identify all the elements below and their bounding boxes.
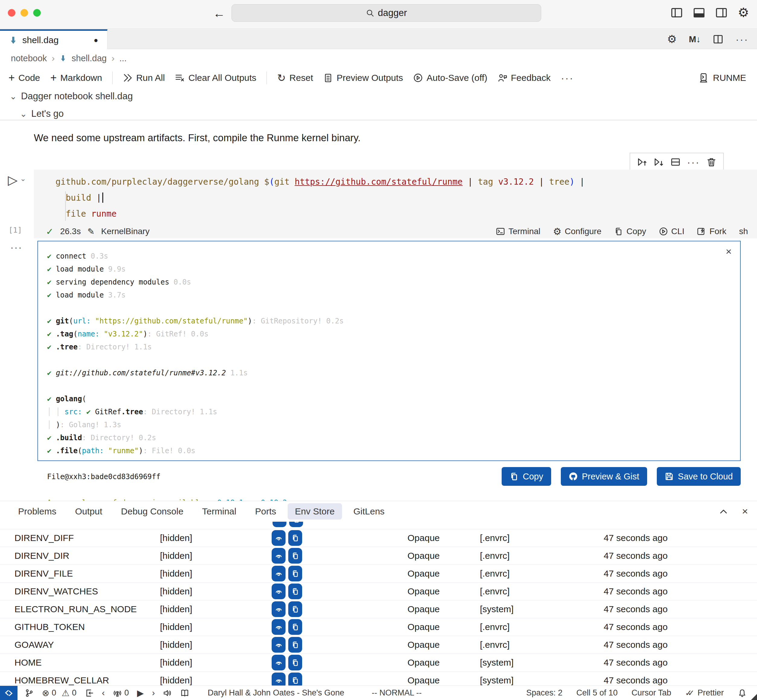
copy-value-button[interactable] [288,637,302,653]
copy-value-button[interactable] [288,566,302,581]
add-code-button[interactable]: + Code [8,72,40,84]
execute-below-icon[interactable] [654,157,664,167]
code-lines[interactable]: github.com/purpleclay/daggerverse/golang… [56,174,757,222]
tab-env-store[interactable]: Env Store [288,503,342,520]
tab-problems[interactable]: Problems [11,503,64,520]
remote-indicator[interactable] [0,686,17,700]
exit-door-icon[interactable] [84,689,94,698]
editor-more-actions-icon[interactable]: ··· [735,33,749,45]
save-to-cloud-button[interactable]: Save to Cloud [657,467,741,486]
reading-book-icon[interactable] [180,689,189,698]
notifications-bell-icon[interactable] [738,689,747,698]
errors-indicator[interactable]: ⊗ 0 ⚠ 0 [42,688,77,698]
previous-track-icon[interactable]: ‹ [102,688,105,698]
env-row[interactable]: HOMEBREW_CELLAR [hidden] Opaque [system]… [0,672,757,686]
toggle-left-sidebar-icon[interactable] [671,7,683,19]
add-markdown-button[interactable]: + Markdown [50,72,102,84]
output-collapse-icon[interactable]: ··· [10,241,22,253]
copy-value-button[interactable] [288,584,302,599]
reset-button[interactable]: ↻ Reset [277,72,313,84]
tab-debug-console[interactable]: Debug Console [114,503,191,520]
maximize-panel-icon[interactable] [718,506,729,517]
close-window-button[interactable] [8,9,16,17]
cli-action-button[interactable]: CLI [659,227,685,236]
code-editor[interactable]: github.com/purpleclay/daggerverse/golang… [34,170,757,225]
copy-value-button[interactable] [288,530,302,546]
prettier-indicator[interactable]: ✓✓ Prettier [685,688,724,698]
env-row[interactable]: DIRENV_DIR [hidden] Opaque [.envrc] 47 s… [0,547,757,565]
run-options-chevron-icon[interactable]: ⌄ [20,174,26,183]
copy-value-button[interactable] [288,655,302,670]
cell-name[interactable]: KernelBinary [101,227,149,236]
shell-type-label[interactable]: sh [739,227,748,236]
env-row[interactable]: DIRENV_FILE [hidden] Opaque [.envrc] 47 … [0,565,757,583]
split-editor-icon[interactable] [713,34,724,45]
breadcrumb-more[interactable]: ... [119,53,127,63]
copy-value-button[interactable] [288,602,302,617]
git-branch-icon[interactable] [25,689,34,698]
reveal-value-button[interactable] [272,655,286,670]
back-arrow-icon[interactable]: ← [213,7,225,20]
terminal-action-button[interactable]: Terminal [496,227,540,236]
env-row[interactable]: DIRENV_WATCHES [hidden] Opaque [.envrc] … [0,583,757,600]
maximize-window-button[interactable] [33,9,41,17]
copy-value-button[interactable] [288,619,302,635]
env-row[interactable]: GITHUB_TOKEN [hidden] Opaque [.envrc] 47… [0,618,757,636]
run-cell-icon[interactable]: ▷ [8,173,17,188]
chevron-down-icon[interactable]: ⌄ [9,91,17,102]
run-all-button[interactable]: Run All [123,73,165,83]
env-row[interactable]: GOAWAY [hidden] Opaque [.envrc] 47 secon… [0,636,757,654]
reveal-value-button[interactable] [272,584,286,599]
ports-indicator[interactable]: 0 [113,688,129,698]
indentation-indicator[interactable]: Spaces: 2 [526,688,562,698]
modified-dot-icon[interactable]: ● [94,36,99,44]
copy-value-button[interactable] [288,673,302,686]
toolbar-more-icon[interactable]: ··· [561,72,574,84]
copy-value-button[interactable] [288,548,302,564]
reveal-value-button[interactable] [272,673,286,686]
close-output-icon[interactable]: × [726,245,732,257]
command-center-search[interactable]: dagger [231,4,541,22]
play-icon[interactable]: ▶ [137,688,144,698]
preview-outputs-button[interactable]: Preview Outputs [323,73,403,83]
execute-above-icon[interactable] [637,157,647,167]
copy-output-button[interactable]: Copy [502,467,551,486]
reveal-value-button[interactable] [272,619,286,635]
now-playing-label[interactable]: Daryl Hall & John Oates - She's Gone [208,688,344,698]
configure-action-button[interactable]: ⚙ Configure [553,226,601,237]
tab-ports[interactable]: Ports [248,503,283,520]
cell-more-actions-icon[interactable]: ··· [687,156,700,168]
breadcrumb-notebook[interactable]: notebook [11,53,47,63]
env-row[interactable]: DIRENV_DIFF [hidden] Opaque [.envrc] 47 … [0,529,757,547]
tab-output[interactable]: Output [68,503,109,520]
breadcrumb-file[interactable]: shell.dag [72,53,106,63]
cell-position-indicator[interactable]: Cell 5 of 10 [577,688,618,698]
fork-action-button[interactable]: Fork [697,227,726,236]
chevron-down-icon[interactable]: ⌄ [20,109,27,119]
speaker-icon[interactable] [163,689,172,698]
tab-gitlens[interactable]: GitLens [346,503,392,520]
section-dagger-notebook[interactable]: ⌄ Dagger notebook shell.dag [0,88,757,105]
preview-gist-button[interactable]: Preview & Gist [561,467,647,486]
autosave-button[interactable]: Auto-Save (off) [413,73,487,83]
next-track-icon[interactable]: › [152,688,155,698]
reveal-value-button[interactable] [272,548,286,564]
toggle-right-sidebar-icon[interactable] [715,7,727,19]
copy-action-button[interactable]: Copy [614,227,646,236]
tab-shell-dag[interactable]: shell.dag ● [0,29,108,49]
notebook-settings-gear-icon[interactable]: ⚙ [667,33,677,45]
feedback-button[interactable]: Feedback [498,73,551,83]
cursor-tab-indicator[interactable]: Cursor Tab [632,688,671,698]
delete-cell-icon[interactable] [706,157,716,167]
split-cell-icon[interactable] [670,157,680,167]
close-panel-icon[interactable]: × [742,505,748,517]
markdown-export-button[interactable]: M↓ [689,34,701,44]
resize-grip[interactable] [751,694,757,700]
env-row[interactable]: HOME [hidden] Opaque [system] 47 seconds… [0,654,757,672]
clear-all-outputs-button[interactable]: Clear All Outputs [175,73,256,83]
reveal-value-button[interactable] [272,637,286,653]
toggle-panel-icon[interactable] [693,7,705,19]
tab-terminal[interactable]: Terminal [195,503,244,520]
reveal-value-button[interactable] [272,530,286,546]
reveal-value-button[interactable] [272,566,286,581]
